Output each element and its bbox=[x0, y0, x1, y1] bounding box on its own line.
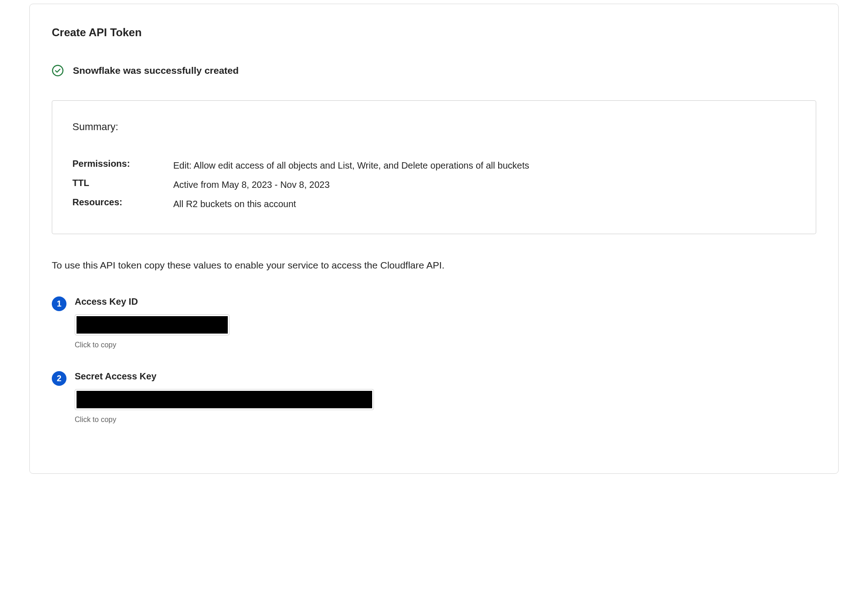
access-key-label: Access Key ID bbox=[75, 296, 230, 307]
page-title: Create API Token bbox=[52, 26, 816, 39]
summary-label-ttl: TTL bbox=[72, 178, 173, 188]
summary-box: Summary: Permissions: Edit: Allow edit a… bbox=[52, 100, 816, 234]
summary-value-ttl: Active from May 8, 2023 - Nov 8, 2023 bbox=[173, 178, 330, 192]
step-badge-2: 2 bbox=[52, 371, 66, 386]
success-banner: Snowflake was successfully created bbox=[52, 65, 816, 77]
summary-heading: Summary: bbox=[72, 121, 796, 133]
redacted-block bbox=[77, 316, 228, 334]
redacted-block bbox=[77, 391, 372, 408]
summary-row-ttl: TTL Active from May 8, 2023 - Nov 8, 202… bbox=[72, 178, 796, 192]
access-key-content: Access Key ID Click to copy bbox=[75, 296, 230, 349]
access-key-block: 1 Access Key ID Click to copy bbox=[52, 296, 816, 349]
summary-label-resources: Resources: bbox=[72, 197, 173, 208]
secret-key-label: Secret Access Key bbox=[75, 371, 374, 382]
summary-value-resources: All R2 buckets on this account bbox=[173, 197, 296, 211]
secret-key-block: 2 Secret Access Key Click to copy bbox=[52, 371, 816, 424]
check-circle-icon bbox=[52, 65, 64, 77]
summary-row-permissions: Permissions: Edit: Allow edit access of … bbox=[72, 159, 796, 172]
secret-key-content: Secret Access Key Click to copy bbox=[75, 371, 374, 424]
summary-row-resources: Resources: All R2 buckets on this accoun… bbox=[72, 197, 796, 211]
step-badge-1: 1 bbox=[52, 296, 66, 311]
summary-value-permissions: Edit: Allow edit access of all objects a… bbox=[173, 159, 529, 172]
success-message: Snowflake was successfully created bbox=[73, 65, 239, 76]
access-key-value[interactable] bbox=[75, 314, 230, 335]
summary-label-permissions: Permissions: bbox=[72, 159, 173, 169]
instructions-text: To use this API token copy these values … bbox=[52, 260, 816, 271]
svg-point-0 bbox=[53, 66, 63, 76]
secret-key-value[interactable] bbox=[75, 389, 374, 410]
access-key-copy-hint[interactable]: Click to copy bbox=[75, 341, 230, 349]
secret-key-copy-hint[interactable]: Click to copy bbox=[75, 416, 374, 424]
page-container: Create API Token Snowflake was successfu… bbox=[29, 4, 839, 474]
